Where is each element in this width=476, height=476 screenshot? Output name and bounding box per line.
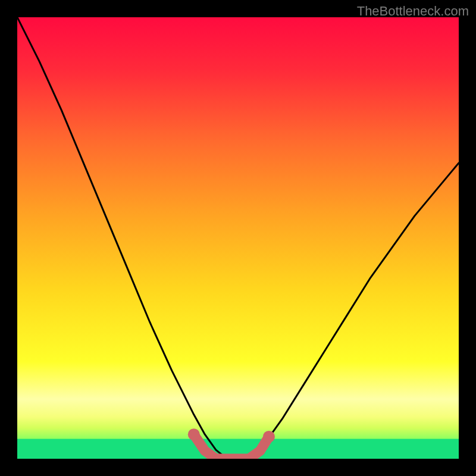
bottleneck-chart: [17, 17, 459, 459]
watermark-text: TheBottleneck.com: [357, 4, 469, 19]
highlight-endpoint-dot: [188, 428, 200, 440]
chart-frame: TheBottleneck.com: [0, 0, 476, 476]
gradient-background: [17, 17, 459, 459]
highlight-endpoint-dot: [263, 431, 275, 443]
